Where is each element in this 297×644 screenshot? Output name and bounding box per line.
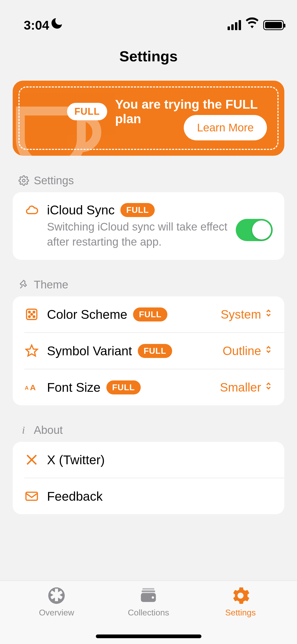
theme-card: Color Scheme FULL System Symbol Variant … <box>13 296 284 405</box>
page-header: Settings <box>0 37 297 81</box>
status-time: 3:04 <box>24 18 49 33</box>
row-feedback[interactable]: Feedback <box>24 478 284 514</box>
page-title: Settings <box>0 48 297 65</box>
svg-rect-17 <box>143 588 154 590</box>
dice-icon <box>24 307 39 322</box>
row-value: Smaller <box>220 380 273 394</box>
full-badge: FULL <box>120 203 155 217</box>
svg-point-3 <box>29 311 30 313</box>
section-header-theme: Theme <box>18 278 279 291</box>
svg-rect-18 <box>142 590 155 592</box>
wifi-icon <box>246 17 258 33</box>
tab-settings[interactable]: Settings <box>195 586 286 644</box>
tab-label: Overview <box>39 608 74 618</box>
learn-more-button[interactable]: Learn More <box>184 115 267 140</box>
plan-badge: FULL <box>67 103 107 120</box>
updown-chevron-icon <box>264 380 273 394</box>
gear-icon <box>18 175 29 186</box>
svg-point-0 <box>22 179 25 182</box>
row-value: System <box>221 307 273 321</box>
svg-rect-14 <box>26 492 37 500</box>
section-label: Theme <box>34 278 68 291</box>
row-value: Outline <box>223 344 273 358</box>
row-title: Feedback <box>47 489 103 503</box>
section-header-about: i About <box>18 424 279 436</box>
status-left: 3:04 <box>24 18 63 33</box>
envelope-icon <box>24 489 39 504</box>
text-size-icon: A A <box>24 380 39 395</box>
pin-icon <box>18 279 29 290</box>
asterisk-icon: ✱ <box>47 586 66 605</box>
row-subtitle: Switching iCloud sync will take effect a… <box>47 219 228 249</box>
battery-icon <box>263 20 284 30</box>
updown-chevron-icon <box>264 307 273 321</box>
svg-point-6 <box>29 316 30 318</box>
row-color-scheme[interactable]: Color Scheme FULL System <box>13 296 284 332</box>
row-title: iCloud Sync <box>47 203 115 217</box>
section-header-settings: Settings <box>18 174 279 187</box>
section-label: Settings <box>34 174 74 187</box>
row-twitter[interactable]: X (Twitter) <box>13 442 284 478</box>
row-title: Color Scheme <box>47 307 127 322</box>
settings-card: iCloud Sync FULL Switching iCloud sync w… <box>13 192 284 260</box>
svg-point-20 <box>152 596 154 599</box>
do-not-disturb-icon <box>51 18 63 32</box>
svg-point-4 <box>33 311 35 313</box>
full-badge: FULL <box>106 380 141 394</box>
svg-point-7 <box>33 316 35 318</box>
about-card: X (Twitter) Feedback <box>13 442 284 514</box>
cellular-signal-icon <box>228 20 241 30</box>
status-bar: 3:04 <box>0 0 297 37</box>
tab-label: Settings <box>225 608 256 618</box>
promo-card[interactable]: FULL You are trying the FULL plan Learn … <box>13 81 284 156</box>
svg-point-5 <box>31 314 33 315</box>
home-indicator[interactable] <box>96 634 201 638</box>
row-font-size[interactable]: A A Font Size FULL Smaller <box>24 369 284 405</box>
updown-chevron-icon <box>264 344 273 358</box>
tab-overview[interactable]: ✱ Overview <box>11 586 102 644</box>
svg-text:A: A <box>30 383 36 392</box>
svg-text:A: A <box>25 385 29 391</box>
tab-label: Collections <box>128 608 169 618</box>
full-badge: FULL <box>138 344 172 358</box>
gear-icon <box>231 586 250 605</box>
row-title: Font Size <box>47 380 101 395</box>
icloud-toggle[interactable] <box>236 219 273 241</box>
svg-text:✱: ✱ <box>50 587 63 604</box>
row-title: Symbol Variant <box>47 344 132 358</box>
svg-marker-8 <box>26 345 37 356</box>
tab-bar: ✱ Overview Collections Settings <box>0 581 297 644</box>
cloud-icon <box>24 203 39 218</box>
svg-line-1 <box>20 286 22 288</box>
section-label: About <box>34 424 63 436</box>
star-icon <box>24 343 39 358</box>
row-title: X (Twitter) <box>47 453 105 467</box>
x-twitter-icon <box>24 452 39 467</box>
wallet-icon <box>139 586 158 605</box>
status-right <box>228 17 284 33</box>
row-symbol-variant[interactable]: Symbol Variant FULL Outline <box>24 332 284 369</box>
svg-text:i: i <box>22 425 25 435</box>
full-badge: FULL <box>133 307 167 321</box>
row-icloud-sync[interactable]: iCloud Sync FULL Switching iCloud sync w… <box>13 192 284 260</box>
info-icon: i <box>18 425 29 435</box>
